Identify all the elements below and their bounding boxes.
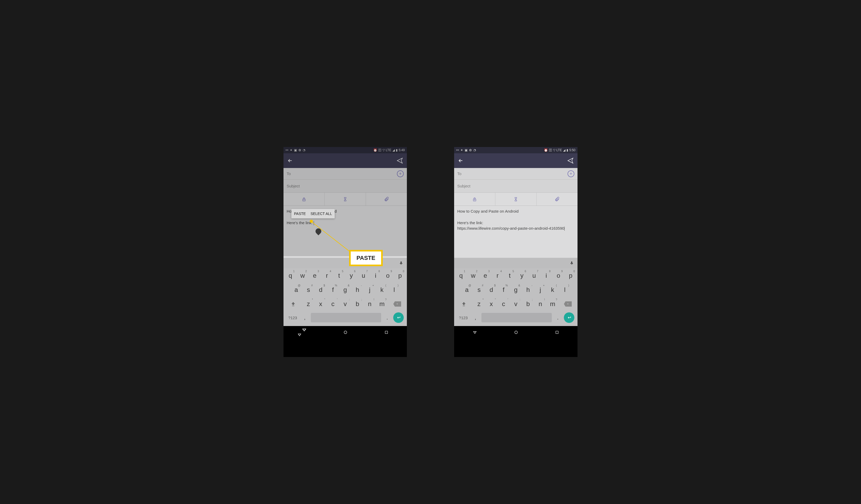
nav-back-button[interactable] bbox=[302, 328, 306, 337]
key-w[interactable]: w2 bbox=[297, 270, 308, 282]
select-all-menu-item[interactable]: SELECT ALL bbox=[311, 211, 332, 216]
subject-field[interactable]: Subject bbox=[284, 179, 407, 193]
key-a[interactable]: a@ bbox=[461, 284, 473, 296]
key-b[interactable]: b; bbox=[351, 298, 364, 310]
timer-button[interactable] bbox=[495, 193, 536, 206]
key-h[interactable]: h- bbox=[352, 284, 363, 296]
key-s[interactable]: s# bbox=[303, 284, 314, 296]
key-l[interactable]: l) bbox=[559, 284, 571, 296]
comma-key[interactable]: , bbox=[472, 315, 479, 321]
key-i[interactable]: i8 bbox=[541, 270, 552, 282]
backspace-key[interactable]: × bbox=[389, 298, 406, 310]
cursor-handle[interactable] bbox=[314, 227, 322, 235]
key-n[interactable]: n! bbox=[364, 298, 376, 310]
send-button[interactable] bbox=[396, 157, 403, 164]
compose-toolbar bbox=[284, 193, 407, 206]
key-x[interactable]: x" bbox=[485, 298, 497, 310]
nav-recents-button[interactable] bbox=[555, 330, 559, 335]
key-n[interactable]: n! bbox=[534, 298, 547, 310]
shift-key[interactable] bbox=[285, 298, 302, 310]
key-j[interactable]: j+ bbox=[534, 284, 546, 296]
key-b[interactable]: b; bbox=[522, 298, 534, 310]
add-recipient-button[interactable]: + bbox=[397, 171, 404, 177]
mic-icon[interactable] bbox=[399, 260, 403, 265]
nav-home-button[interactable] bbox=[343, 330, 348, 335]
key-e[interactable]: e3 bbox=[309, 270, 320, 282]
period-key[interactable]: . bbox=[384, 315, 391, 321]
send-button[interactable] bbox=[567, 157, 574, 164]
back-button[interactable] bbox=[287, 158, 293, 164]
key-a[interactable]: a@ bbox=[290, 284, 302, 296]
nav-back-button[interactable] bbox=[473, 330, 477, 335]
key-w[interactable]: w2 bbox=[467, 270, 479, 282]
spacebar-key[interactable] bbox=[481, 313, 552, 322]
key-e[interactable]: e3 bbox=[480, 270, 491, 282]
key-o[interactable]: o9 bbox=[552, 270, 564, 282]
key-k[interactable]: k( bbox=[376, 284, 388, 296]
to-field[interactable]: To + bbox=[454, 168, 577, 179]
subject-field[interactable]: Subject bbox=[454, 179, 577, 193]
key-q[interactable]: q1 bbox=[455, 270, 467, 282]
key-m[interactable]: m? bbox=[376, 298, 388, 310]
key-d[interactable]: d$ bbox=[486, 284, 497, 296]
key-g[interactable]: g& bbox=[510, 284, 522, 296]
shift-key[interactable] bbox=[455, 298, 472, 310]
keyboard[interactable]: q1w2e3r4t5y6u7i8o9p0 a@s#d$f%g&h-j+k(l) … bbox=[284, 268, 407, 326]
key-m[interactable]: m? bbox=[547, 298, 559, 310]
key-u[interactable]: u7 bbox=[528, 270, 540, 282]
key-i[interactable]: i8 bbox=[370, 270, 381, 282]
attachment-button[interactable] bbox=[366, 193, 407, 206]
attachment-button[interactable] bbox=[536, 193, 577, 206]
comma-key[interactable]: , bbox=[301, 315, 308, 321]
key-r[interactable]: r4 bbox=[321, 270, 332, 282]
symbols-key[interactable]: ?123 bbox=[457, 315, 469, 320]
key-c[interactable]: c' bbox=[327, 298, 339, 310]
key-s[interactable]: s# bbox=[473, 284, 485, 296]
key-k[interactable]: k( bbox=[547, 284, 559, 296]
key-v[interactable]: v: bbox=[510, 298, 522, 310]
mic-icon[interactable] bbox=[570, 260, 574, 265]
symbols-key[interactable]: ?123 bbox=[287, 315, 299, 320]
nav-home-button[interactable] bbox=[514, 330, 518, 335]
spacebar-key[interactable] bbox=[311, 313, 381, 322]
key-p[interactable]: p0 bbox=[565, 270, 576, 282]
period-key[interactable]: . bbox=[555, 315, 561, 321]
keyboard[interactable]: q1w2e3r4t5y6u7i8o9p0 a@s#d$f%g&h-j+k(l) … bbox=[454, 268, 577, 326]
svg-rect-7 bbox=[556, 331, 558, 333]
message-body[interactable]: How to Copy and Paste on Android Here's … bbox=[454, 206, 577, 258]
to-field[interactable]: To + bbox=[284, 168, 407, 179]
timer-button[interactable] bbox=[325, 193, 366, 206]
lock-button[interactable] bbox=[284, 193, 325, 206]
key-t[interactable]: t5 bbox=[504, 270, 516, 282]
key-q[interactable]: q1 bbox=[285, 270, 296, 282]
lock-button[interactable] bbox=[454, 193, 495, 206]
add-recipient-button[interactable]: + bbox=[568, 171, 574, 177]
key-z[interactable]: z* bbox=[302, 298, 314, 310]
key-d[interactable]: d$ bbox=[315, 284, 327, 296]
message-body[interactable]: Ho Android Here's the link: PASTE SELECT… bbox=[284, 206, 407, 258]
back-button[interactable] bbox=[458, 158, 464, 164]
enter-key[interactable] bbox=[564, 312, 574, 323]
key-z[interactable]: z* bbox=[473, 298, 485, 310]
key-u[interactable]: u7 bbox=[357, 270, 369, 282]
key-f[interactable]: f% bbox=[498, 284, 509, 296]
nav-recents-button[interactable] bbox=[384, 330, 388, 335]
key-j[interactable]: j+ bbox=[364, 284, 375, 296]
key-f[interactable]: f% bbox=[327, 284, 339, 296]
key-t[interactable]: t5 bbox=[333, 270, 345, 282]
key-g[interactable]: g& bbox=[339, 284, 351, 296]
subject-label: Subject bbox=[457, 184, 470, 188]
key-x[interactable]: x" bbox=[314, 298, 327, 310]
key-r[interactable]: r4 bbox=[492, 270, 503, 282]
enter-key[interactable] bbox=[393, 312, 404, 323]
key-h[interactable]: h- bbox=[522, 284, 534, 296]
key-v[interactable]: v: bbox=[339, 298, 352, 310]
key-p[interactable]: p0 bbox=[394, 270, 406, 282]
key-y[interactable]: y6 bbox=[345, 270, 357, 282]
key-l[interactable]: l) bbox=[388, 284, 400, 296]
backspace-key[interactable]: × bbox=[559, 298, 576, 310]
paste-menu-item[interactable]: PASTE bbox=[294, 211, 306, 216]
key-o[interactable]: o9 bbox=[382, 270, 394, 282]
key-y[interactable]: y6 bbox=[516, 270, 528, 282]
key-c[interactable]: c' bbox=[497, 298, 510, 310]
